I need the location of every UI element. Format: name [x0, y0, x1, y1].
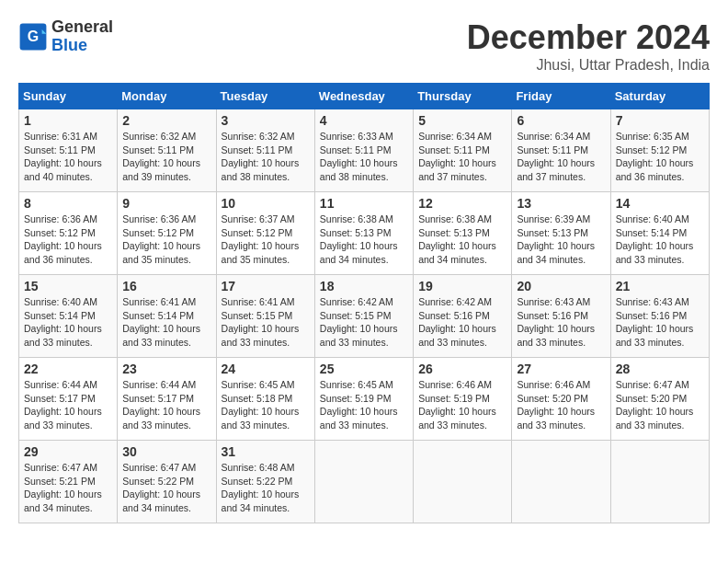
day-info: Sunrise: 6:46 AM Sunset: 5:19 PM Dayligh…: [418, 378, 506, 432]
calendar-cell: 21Sunrise: 6:43 AM Sunset: 5:16 PM Dayli…: [610, 275, 709, 358]
day-info: Sunrise: 6:40 AM Sunset: 5:14 PM Dayligh…: [24, 295, 112, 350]
day-info: Sunrise: 6:41 AM Sunset: 5:14 PM Dayligh…: [122, 295, 210, 350]
day-info: Sunrise: 6:40 AM Sunset: 5:14 PM Dayligh…: [616, 213, 704, 267]
calendar-cell: [314, 441, 413, 523]
month-title: December 2024: [467, 18, 710, 57]
day-number: 7: [616, 113, 704, 128]
day-info: Sunrise: 6:45 AM Sunset: 5:18 PM Dayligh…: [222, 378, 310, 432]
day-info: Sunrise: 6:33 AM Sunset: 5:11 PM Dayligh…: [320, 130, 408, 184]
day-number: 19: [418, 279, 506, 293]
calendar-cell: [512, 441, 610, 523]
day-info: Sunrise: 6:42 AM Sunset: 5:16 PM Dayligh…: [418, 295, 506, 350]
weekday-header-tuesday: Tuesday: [216, 84, 314, 109]
day-info: Sunrise: 6:46 AM Sunset: 5:20 PM Dayligh…: [517, 378, 605, 432]
calendar-cell: 29Sunrise: 6:47 AM Sunset: 5:21 PM Dayli…: [19, 441, 118, 523]
day-number: 28: [616, 362, 704, 376]
calendar-cell: 13Sunrise: 6:39 AM Sunset: 5:13 PM Dayli…: [512, 192, 610, 275]
calendar-cell: [610, 441, 709, 523]
day-info: Sunrise: 6:43 AM Sunset: 5:16 PM Dayligh…: [517, 295, 605, 350]
logo-line2: Blue: [51, 37, 113, 55]
week-row-4: 22Sunrise: 6:44 AM Sunset: 5:17 PM Dayli…: [19, 358, 710, 441]
calendar-cell: 16Sunrise: 6:41 AM Sunset: 5:14 PM Dayli…: [118, 275, 216, 358]
day-number: 27: [517, 362, 605, 376]
day-number: 20: [517, 279, 605, 293]
calendar-cell: 14Sunrise: 6:40 AM Sunset: 5:14 PM Dayli…: [610, 192, 709, 275]
weekday-header-wednesday: Wednesday: [314, 84, 413, 109]
calendar-cell: 18Sunrise: 6:42 AM Sunset: 5:15 PM Dayli…: [314, 275, 413, 358]
day-number: 25: [320, 362, 408, 376]
calendar-cell: 22Sunrise: 6:44 AM Sunset: 5:17 PM Dayli…: [19, 358, 118, 441]
day-info: Sunrise: 6:36 AM Sunset: 5:12 PM Dayligh…: [122, 213, 210, 267]
day-info: Sunrise: 6:42 AM Sunset: 5:15 PM Dayligh…: [320, 295, 408, 350]
day-info: Sunrise: 6:37 AM Sunset: 5:12 PM Dayligh…: [222, 213, 310, 267]
day-info: Sunrise: 6:36 AM Sunset: 5:12 PM Dayligh…: [24, 213, 112, 267]
calendar-cell: 5Sunrise: 6:34 AM Sunset: 5:11 PM Daylig…: [414, 109, 512, 192]
day-number: 21: [616, 279, 704, 293]
day-number: 17: [222, 279, 310, 293]
day-number: 11: [320, 196, 408, 211]
calendar-cell: 20Sunrise: 6:43 AM Sunset: 5:16 PM Dayli…: [512, 275, 610, 358]
weekday-header-monday: Monday: [118, 84, 216, 109]
day-info: Sunrise: 6:47 AM Sunset: 5:20 PM Dayligh…: [616, 378, 704, 432]
calendar-cell: 9Sunrise: 6:36 AM Sunset: 5:12 PM Daylig…: [118, 192, 216, 275]
calendar-table: SundayMondayTuesdayWednesdayThursdayFrid…: [18, 83, 710, 523]
day-number: 8: [24, 196, 112, 211]
calendar-cell: 23Sunrise: 6:44 AM Sunset: 5:17 PM Dayli…: [118, 358, 216, 441]
title-area: December 2024 Jhusi, Uttar Pradesh, Indi…: [467, 18, 710, 74]
logo-text: General Blue: [51, 18, 113, 55]
day-number: 9: [122, 196, 210, 211]
day-number: 30: [122, 444, 210, 459]
calendar-cell: [414, 441, 512, 523]
weekday-header-sunday: Sunday: [19, 84, 118, 109]
day-info: Sunrise: 6:47 AM Sunset: 5:21 PM Dayligh…: [24, 461, 112, 515]
calendar-cell: 27Sunrise: 6:46 AM Sunset: 5:20 PM Dayli…: [512, 358, 610, 441]
logo-icon: G: [18, 22, 48, 52]
day-number: 22: [24, 362, 112, 376]
day-number: 31: [222, 444, 310, 459]
logo-line1: General: [51, 18, 113, 37]
calendar-cell: 12Sunrise: 6:38 AM Sunset: 5:13 PM Dayli…: [414, 192, 512, 275]
week-row-2: 8Sunrise: 6:36 AM Sunset: 5:12 PM Daylig…: [19, 192, 710, 275]
logo: G General Blue: [18, 18, 113, 55]
day-info: Sunrise: 6:35 AM Sunset: 5:12 PM Dayligh…: [616, 130, 704, 184]
weekday-header-friday: Friday: [512, 84, 610, 109]
day-number: 5: [418, 113, 506, 128]
weekday-header-thursday: Thursday: [414, 84, 512, 109]
calendar-cell: 4Sunrise: 6:33 AM Sunset: 5:11 PM Daylig…: [314, 109, 413, 192]
weekday-header-row: SundayMondayTuesdayWednesdayThursdayFrid…: [19, 84, 710, 109]
day-info: Sunrise: 6:38 AM Sunset: 5:13 PM Dayligh…: [320, 213, 408, 267]
day-number: 16: [122, 279, 210, 293]
day-info: Sunrise: 6:47 AM Sunset: 5:22 PM Dayligh…: [122, 461, 210, 515]
day-number: 15: [24, 279, 112, 293]
calendar-cell: 2Sunrise: 6:32 AM Sunset: 5:11 PM Daylig…: [118, 109, 216, 192]
day-number: 26: [418, 362, 506, 376]
day-number: 14: [616, 196, 704, 211]
day-info: Sunrise: 6:39 AM Sunset: 5:13 PM Dayligh…: [517, 213, 605, 267]
day-info: Sunrise: 6:34 AM Sunset: 5:11 PM Dayligh…: [517, 130, 605, 184]
calendar-cell: 1Sunrise: 6:31 AM Sunset: 5:11 PM Daylig…: [19, 109, 118, 192]
weekday-header-saturday: Saturday: [610, 84, 709, 109]
calendar-body: 1Sunrise: 6:31 AM Sunset: 5:11 PM Daylig…: [19, 109, 710, 523]
day-number: 24: [222, 362, 310, 376]
page-header: G General Blue December 2024 Jhusi, Utta…: [18, 18, 710, 74]
day-number: 23: [122, 362, 210, 376]
day-info: Sunrise: 6:45 AM Sunset: 5:19 PM Dayligh…: [320, 378, 408, 432]
calendar-cell: 17Sunrise: 6:41 AM Sunset: 5:15 PM Dayli…: [216, 275, 314, 358]
calendar-cell: 26Sunrise: 6:46 AM Sunset: 5:19 PM Dayli…: [414, 358, 512, 441]
day-number: 4: [320, 113, 408, 128]
week-row-1: 1Sunrise: 6:31 AM Sunset: 5:11 PM Daylig…: [19, 109, 710, 192]
calendar-cell: 15Sunrise: 6:40 AM Sunset: 5:14 PM Dayli…: [19, 275, 118, 358]
day-number: 2: [122, 113, 210, 128]
calendar-cell: 6Sunrise: 6:34 AM Sunset: 5:11 PM Daylig…: [512, 109, 610, 192]
day-number: 29: [24, 444, 112, 459]
day-info: Sunrise: 6:32 AM Sunset: 5:11 PM Dayligh…: [222, 130, 310, 184]
calendar-cell: 19Sunrise: 6:42 AM Sunset: 5:16 PM Dayli…: [414, 275, 512, 358]
calendar-cell: 10Sunrise: 6:37 AM Sunset: 5:12 PM Dayli…: [216, 192, 314, 275]
day-number: 1: [24, 113, 112, 128]
calendar-cell: 8Sunrise: 6:36 AM Sunset: 5:12 PM Daylig…: [19, 192, 118, 275]
day-info: Sunrise: 6:32 AM Sunset: 5:11 PM Dayligh…: [122, 130, 210, 184]
calendar-cell: 7Sunrise: 6:35 AM Sunset: 5:12 PM Daylig…: [610, 109, 709, 192]
location-title: Jhusi, Uttar Pradesh, India: [467, 57, 710, 74]
calendar-cell: 11Sunrise: 6:38 AM Sunset: 5:13 PM Dayli…: [314, 192, 413, 275]
day-info: Sunrise: 6:31 AM Sunset: 5:11 PM Dayligh…: [24, 130, 112, 184]
